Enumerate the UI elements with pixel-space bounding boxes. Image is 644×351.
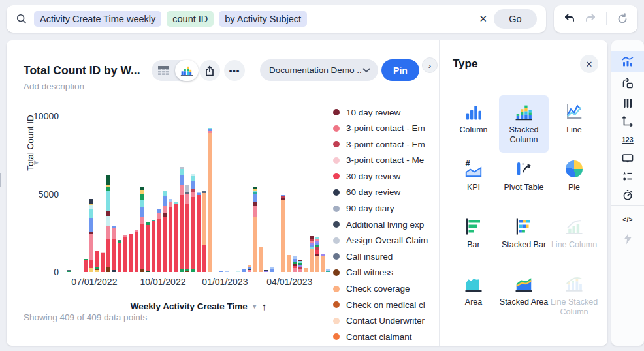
bar-segment[interactable] <box>135 232 139 272</box>
bar-segment[interactable] <box>191 269 195 272</box>
bar-segment[interactable] <box>202 245 206 272</box>
bar-segment[interactable] <box>84 260 88 272</box>
bar[interactable] <box>310 236 314 272</box>
bar-segment[interactable] <box>112 239 116 270</box>
add-description-button[interactable]: Add description <box>24 82 84 91</box>
legend-item[interactable]: 10 day review <box>333 107 438 117</box>
search-token[interactable]: Activity Create Time weekly <box>34 11 161 27</box>
x-axis-title[interactable]: Weekly Activity Create Time <box>131 301 248 311</box>
bar[interactable] <box>197 192 201 272</box>
bar-segment[interactable] <box>270 269 274 272</box>
search-token[interactable]: count ID <box>167 11 214 27</box>
bar-segment[interactable] <box>163 206 167 213</box>
bar-segment[interactable] <box>163 213 167 217</box>
search-token[interactable]: by Activity Subject <box>219 11 307 27</box>
bar[interactable] <box>242 269 246 272</box>
bar-segment[interactable] <box>185 271 189 272</box>
bar-segment[interactable] <box>152 221 156 272</box>
bar[interactable] <box>236 271 240 272</box>
bar[interactable] <box>281 195 285 272</box>
legend-item[interactable]: Assign Overall Claim <box>333 236 438 246</box>
chart-type-tile-stacked-area[interactable]: Stacked Area <box>499 267 549 325</box>
table-view-button[interactable] <box>152 60 175 81</box>
bar[interactable] <box>304 268 308 272</box>
bar[interactable] <box>95 251 99 272</box>
bar-segment[interactable] <box>287 255 291 272</box>
bar[interactable] <box>248 265 252 272</box>
sidebar-visualize-icon[interactable] <box>611 73 644 94</box>
legend-item[interactable]: Check on medical cl <box>333 299 438 310</box>
window-resize-handle[interactable] <box>0 173 1 187</box>
bar-segment[interactable] <box>89 234 94 260</box>
bar[interactable] <box>315 237 319 272</box>
bar-segment[interactable] <box>163 217 167 272</box>
bar-segment[interactable] <box>157 219 161 272</box>
legend-item[interactable]: 3-point contact - Em <box>333 123 438 134</box>
bar-segment[interactable] <box>185 194 189 204</box>
bar-segment[interactable] <box>106 216 110 226</box>
bar[interactable] <box>191 174 195 273</box>
bar-segment[interactable] <box>123 237 127 272</box>
legend-item[interactable]: 60 day review <box>333 187 438 198</box>
bar-segment[interactable] <box>67 271 71 272</box>
bar-segment[interactable] <box>95 251 99 267</box>
legend-item[interactable]: Contact Underwriter <box>333 316 438 326</box>
bar-segment[interactable] <box>191 192 195 197</box>
bar-segment[interactable] <box>180 185 184 194</box>
bar-segment[interactable] <box>140 200 144 207</box>
sidebar-chart-config-icon[interactable] <box>611 51 644 72</box>
chart-type-tile-area[interactable]: Area <box>449 267 498 325</box>
bar-segment[interactable] <box>140 194 144 200</box>
bar-segment[interactable] <box>180 195 184 270</box>
bar[interactable] <box>180 167 184 272</box>
search-bar[interactable]: Activity Create Time weeklycount IDby Ac… <box>7 5 546 33</box>
bar-segment[interactable] <box>304 268 308 272</box>
bar[interactable] <box>129 234 133 272</box>
redo-icon[interactable] <box>585 12 598 25</box>
bar-segment[interactable] <box>106 187 110 191</box>
bar[interactable] <box>202 191 206 272</box>
refresh-icon[interactable] <box>616 12 629 25</box>
dataset-dropdown[interactable]: Documentation Demo ... <box>260 59 378 81</box>
bar-segment[interactable] <box>163 196 167 206</box>
bar[interactable] <box>101 252 105 272</box>
bar-segment[interactable] <box>259 247 263 272</box>
bar-segment[interactable] <box>112 228 116 239</box>
more-options-button[interactable]: ••• <box>224 60 245 81</box>
bar-segment[interactable] <box>106 226 110 239</box>
bar-segment[interactable] <box>89 268 94 272</box>
bar-segment[interactable] <box>248 270 252 272</box>
legend-item[interactable]: Call witness <box>333 267 438 278</box>
bar-segment[interactable] <box>242 269 246 272</box>
bar-segment[interactable] <box>140 224 144 269</box>
bar[interactable] <box>89 199 94 272</box>
bar-segment[interactable] <box>129 234 133 272</box>
chart-type-tile-line[interactable]: Line <box>549 95 599 153</box>
bar[interactable] <box>298 260 302 272</box>
chart-type-tile-kpi[interactable]: #KPI <box>449 153 498 210</box>
bar-segment[interactable] <box>180 176 184 186</box>
bar-segment[interactable] <box>89 199 94 204</box>
bar[interactable] <box>146 222 150 272</box>
bar[interactable] <box>219 271 223 272</box>
bar-segment[interactable] <box>253 206 257 218</box>
bar-segment[interactable] <box>185 185 189 192</box>
bar-segment[interactable] <box>169 202 173 206</box>
bar[interactable] <box>264 270 268 272</box>
bar[interactable] <box>185 185 189 272</box>
bar[interactable] <box>106 176 110 272</box>
stacked-column-chart[interactable] <box>67 116 330 272</box>
bar[interactable] <box>321 254 325 272</box>
bar[interactable] <box>208 128 212 272</box>
bar[interactable] <box>123 235 127 272</box>
bar-segment[interactable] <box>106 267 110 272</box>
bar[interactable] <box>67 270 71 272</box>
close-icon[interactable]: ✕ <box>580 55 598 73</box>
bar-segment[interactable] <box>140 217 144 224</box>
chart-type-tile-column[interactable]: Column <box>449 95 498 153</box>
bar-segment[interactable] <box>191 197 195 269</box>
bar-segment[interactable] <box>321 256 325 272</box>
bar-segment[interactable] <box>197 195 201 272</box>
bar-segment[interactable] <box>236 271 240 272</box>
bar-segment[interactable] <box>180 269 184 272</box>
